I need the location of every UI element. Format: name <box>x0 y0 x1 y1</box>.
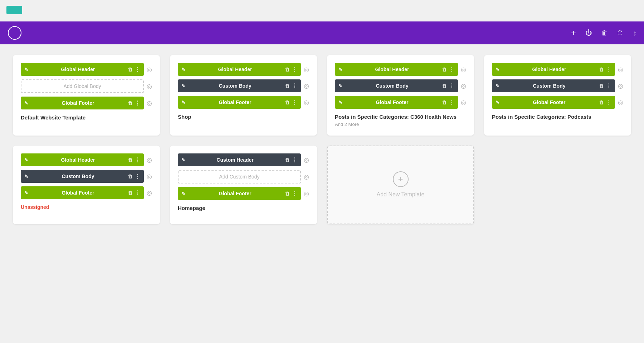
trash-icon[interactable]: 🗑 <box>285 191 289 196</box>
edit-icon: ✎ <box>181 157 185 163</box>
module-label: Global Footer <box>187 191 283 196</box>
trash-icon[interactable]: 🗑 <box>285 67 289 72</box>
module-button[interactable]: ✎Custom Header🗑⋮ <box>178 153 301 166</box>
more-icon[interactable]: ⋮ <box>606 83 611 89</box>
more-icon[interactable]: ⋮ <box>135 173 140 180</box>
trash-icon[interactable]: 🗑 <box>128 101 132 106</box>
edit-icon: ✎ <box>181 67 185 72</box>
app-logo <box>8 26 21 40</box>
eye-icon[interactable]: ◎ <box>147 173 152 180</box>
module-row: ✎Custom Body🗑⋮◎ <box>21 170 152 183</box>
trash-icon[interactable]: 🗑 <box>285 83 289 89</box>
delete-button[interactable]: 🗑 <box>601 29 608 37</box>
trash-icon[interactable]: 🗑 <box>442 83 447 89</box>
more-icon[interactable]: ⋮ <box>292 83 297 89</box>
trash-icon[interactable]: 🗑 <box>285 157 289 163</box>
template-name: Posts in Specific Categories: C360 Healt… <box>335 114 466 120</box>
trash-icon[interactable]: 🗑 <box>128 157 132 163</box>
module-button[interactable]: Add Global Body <box>21 79 144 93</box>
module-button[interactable]: ✎Global Header🗑⋮ <box>492 63 615 76</box>
eye-icon[interactable]: ◎ <box>304 190 309 197</box>
more-icon[interactable]: ⋮ <box>606 66 611 73</box>
eye-icon[interactable]: ◎ <box>147 99 152 107</box>
eye-icon[interactable]: ◎ <box>147 83 152 90</box>
trash-icon[interactable]: 🗑 <box>599 100 604 105</box>
trash-icon[interactable]: 🗑 <box>128 174 132 179</box>
module-button[interactable]: ✎Global Footer🗑⋮ <box>21 186 144 199</box>
trash-icon[interactable]: 🗑 <box>442 100 447 105</box>
module-row: Add Global Body◎ <box>21 79 152 93</box>
eye-icon[interactable]: ◎ <box>461 82 466 90</box>
module-button[interactable]: ✎Global Header🗑⋮ <box>21 153 144 166</box>
trash-icon[interactable]: 🗑 <box>599 83 604 89</box>
more-icon[interactable]: ⋮ <box>292 66 297 73</box>
module-row: ✎Custom Body🗑⋮◎ <box>335 79 466 92</box>
trash-icon[interactable]: 🗑 <box>442 67 447 72</box>
eye-icon[interactable]: ◎ <box>304 99 309 106</box>
module-button[interactable]: ✎Custom Body🗑⋮ <box>335 79 458 92</box>
add-new-template-card[interactable]: +Add New Template <box>327 146 474 224</box>
sort-button[interactable]: ↕ <box>633 29 636 37</box>
eye-icon[interactable]: ◎ <box>304 173 309 181</box>
module-button[interactable]: ✎Global Footer🗑⋮ <box>178 187 301 200</box>
more-icon[interactable]: ⋮ <box>449 83 454 89</box>
edit-icon: ✎ <box>496 83 499 89</box>
more-icon[interactable]: ⋮ <box>135 190 140 196</box>
template-card: ✎Custom Header🗑⋮◎Add Custom Body◎✎Global… <box>170 146 317 224</box>
template-name: Posts in Specific Categories: Podcasts <box>492 114 623 120</box>
eye-icon[interactable]: ◎ <box>304 156 309 164</box>
more-icon[interactable]: ⋮ <box>135 100 140 106</box>
more-icon[interactable]: ⋮ <box>292 190 297 197</box>
power-button[interactable]: ⏻ <box>585 29 592 37</box>
trash-icon[interactable]: 🗑 <box>285 100 289 105</box>
module-button[interactable]: ✎Custom Body🗑⋮ <box>492 79 615 92</box>
more-icon[interactable]: ⋮ <box>449 66 454 73</box>
module-row: ✎Custom Header🗑⋮◎ <box>178 153 309 166</box>
add-button[interactable]: + <box>571 28 576 38</box>
module-row: ✎Global Header🗑⋮◎ <box>335 63 466 76</box>
edit-icon: ✎ <box>181 83 185 89</box>
template-card: ✎Global Header🗑⋮◎✎Custom Body🗑⋮◎✎Global … <box>484 55 631 136</box>
trash-icon[interactable]: 🗑 <box>128 190 132 196</box>
module-label: Custom Body <box>187 83 283 89</box>
module-button[interactable]: ✎Global Footer🗑⋮ <box>492 96 615 109</box>
module-label: Global Header <box>30 67 126 72</box>
template-card: ✎Global Header🗑⋮◎Add Global Body◎✎Global… <box>13 55 160 136</box>
eye-icon[interactable]: ◎ <box>147 156 152 164</box>
module-button[interactable]: ✎Global Header🗑⋮ <box>21 63 144 76</box>
header-actions: + ⏻ 🗑 ⏱ ↕ <box>571 28 636 38</box>
eye-icon[interactable]: ◎ <box>461 99 466 106</box>
more-icon[interactable]: ⋮ <box>606 99 611 106</box>
module-button[interactable]: ✎Global Header🗑⋮ <box>335 63 458 76</box>
eye-icon[interactable]: ◎ <box>618 82 623 90</box>
eye-icon[interactable]: ◎ <box>304 82 309 90</box>
eye-icon[interactable]: ◎ <box>618 99 623 106</box>
module-row: ✎Global Footer🗑⋮◎ <box>21 97 152 109</box>
more-icon[interactable]: ⋮ <box>292 157 297 163</box>
eye-icon[interactable]: ◎ <box>147 189 152 197</box>
module-label: Global Header <box>30 157 126 163</box>
module-label: Custom Body <box>502 83 597 89</box>
module-row: ✎Global Footer🗑⋮◎ <box>492 96 623 109</box>
more-icon[interactable]: ⋮ <box>135 157 140 163</box>
more-icon[interactable]: ⋮ <box>292 99 297 106</box>
more-icon[interactable]: ⋮ <box>449 99 454 106</box>
template-name: Shop <box>178 114 309 120</box>
eye-icon[interactable]: ◎ <box>618 66 623 73</box>
trash-icon[interactable]: 🗑 <box>599 67 604 72</box>
module-button[interactable]: Add Custom Body <box>178 170 301 183</box>
trash-icon[interactable]: 🗑 <box>128 67 132 72</box>
eye-icon[interactable]: ◎ <box>304 66 309 73</box>
eye-icon[interactable]: ◎ <box>147 66 152 73</box>
history-button[interactable]: ⏱ <box>617 29 624 37</box>
module-button[interactable]: ✎Global Footer🗑⋮ <box>335 96 458 109</box>
eye-icon[interactable]: ◎ <box>461 66 466 73</box>
more-icon[interactable]: ⋮ <box>135 66 140 73</box>
module-button[interactable]: ✎Global Header🗑⋮ <box>178 63 301 76</box>
template-grid: ✎Global Header🗑⋮◎Add Global Body◎✎Global… <box>13 55 631 224</box>
module-button[interactable]: ✎Global Footer🗑⋮ <box>21 97 144 109</box>
module-button[interactable]: ✎Custom Body🗑⋮ <box>21 170 144 183</box>
module-button[interactable]: ✎Global Footer🗑⋮ <box>178 96 301 109</box>
module-label: Global Footer <box>30 190 126 196</box>
module-button[interactable]: ✎Custom Body🗑⋮ <box>178 79 301 92</box>
